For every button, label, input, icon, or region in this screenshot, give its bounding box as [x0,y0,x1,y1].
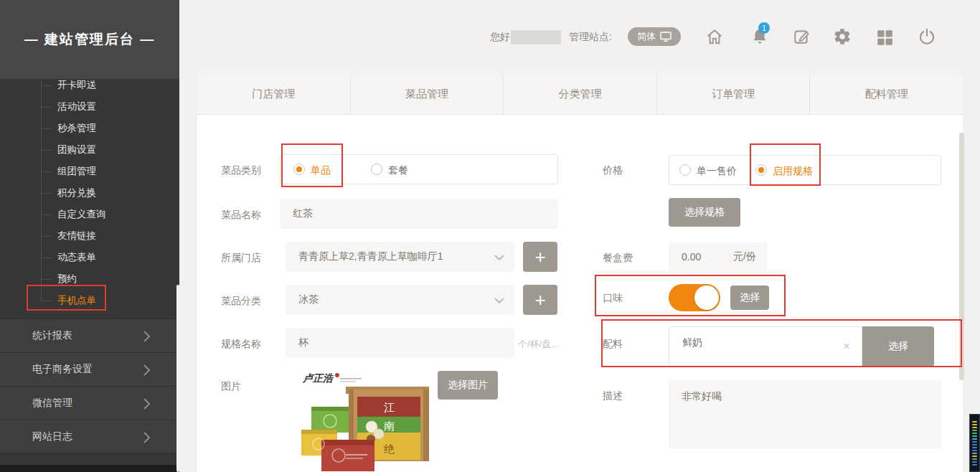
notification-badge: 1 [758,22,770,34]
grid-apps-icon[interactable] [875,28,894,47]
sidebar-item-mobile-ordering[interactable]: 手机点单 [0,290,176,311]
radio-enable-spec[interactable] [755,164,767,176]
chevron-right-icon [143,432,151,443]
description-textarea[interactable] [669,380,941,448]
language-label: 简体 [637,30,656,43]
plus-icon: + [534,246,545,268]
description-label: 描述 [603,390,623,402]
radio-single-item[interactable] [293,164,305,175]
dish-category-group: 单品 套餐 [280,154,558,184]
radio-single-price[interactable] [679,164,691,176]
power-icon[interactable] [918,27,936,46]
classify-select-value: 冰茶 [298,293,319,306]
image-label: 图片 [221,380,241,393]
tab-dish-management[interactable]: 菜品管理 [351,74,504,114]
tree-tick [41,128,52,129]
gear-icon[interactable] [833,27,852,46]
dish-image-preview: 卢正浩 江 南 绝 [301,369,430,471]
app-title: — 建站管理后台 — [24,30,156,49]
add-store-button[interactable]: + [523,242,557,272]
sidebar-group-site-logs[interactable]: 网站日志 [0,420,179,453]
spec-name-hint: 个/杯/盘... [518,338,559,351]
box-fee-value: 0.00 [682,251,701,263]
radio-combo-label[interactable]: 套餐 [388,164,408,177]
tree-tick [41,214,52,215]
sidebar-scrollbar[interactable] [176,285,179,472]
username-redacted [511,30,561,44]
tree-tick [41,301,52,301]
sidebar-item-custom-query[interactable]: 自定义查询 [0,204,176,225]
sidebar-bottom-strip [0,465,179,472]
spec-name-label: 规格名称 [221,338,261,351]
tree-tick [41,150,52,151]
radio-single-price-label[interactable]: 单一售价 [697,165,737,178]
ingredient-choose-button[interactable]: 选择 [862,326,934,367]
flavor-toggle[interactable] [669,284,720,311]
chevron-down-icon [494,298,504,303]
svg-text:绝: 绝 [384,443,395,455]
box-fee-label: 餐盒费 [603,252,633,265]
box-fee-field[interactable]: 0.00 元/份 [669,242,768,271]
classify-select[interactable]: 冰茶 [286,285,514,315]
app-logo: — 建站管理后台 — [0,0,179,79]
language-switch[interactable]: 简体 [628,27,681,46]
brand-calligraphy: 卢正浩 [302,372,334,384]
edit-icon[interactable] [792,27,811,46]
clear-icon[interactable]: × [843,339,850,354]
svg-text:南: 南 [384,420,395,432]
page-scrollbar-thumb[interactable] [959,133,964,380]
sidebar-group-wechat[interactable]: 微信管理 [0,386,179,420]
tree-tick [41,193,52,194]
tree-tick [41,85,52,86]
ingredient-label: 配料 [603,338,623,351]
sidebar-item-friend-links[interactable]: 友情链接 [0,225,176,247]
radio-single-item-label[interactable]: 单品 [311,164,331,177]
dish-name-label: 菜品名称 [221,209,261,222]
tab-ingredient-management[interactable]: 配料管理 [810,74,963,114]
minimap-widget[interactable] [969,414,980,472]
sidebar-item-reservation[interactable]: 预约 [0,268,176,290]
tab-order-management[interactable]: 订单管理 [657,74,811,114]
radio-combo[interactable] [371,164,382,175]
tree-tick [41,279,52,280]
plus-icon: + [534,289,545,311]
store-label: 所属门店 [221,252,261,265]
manage-site-label: 管理站点: [569,31,612,44]
radio-enable-spec-label[interactable]: 启用规格 [773,165,813,178]
tab-category-management[interactable]: 分类管理 [504,74,657,114]
add-classify-button[interactable]: + [523,285,557,315]
store-select[interactable]: 青青原上草2,青青原上草咖啡厅1 [286,242,514,272]
price-label: 价格 [603,164,623,177]
svg-text:江: 江 [384,401,395,413]
greeting-label: 您好 [490,31,510,44]
sidebar-group-ecommerce[interactable]: 电子商务设置 [0,352,179,386]
sidebar-item-points-exchange[interactable]: 积分兑换 [0,182,176,204]
sidebar-item-groupbuy[interactable]: 团购设置 [0,139,176,161]
ingredient-input[interactable] [682,337,790,349]
spec-name-input[interactable] [286,328,514,358]
sidebar-group-statistics[interactable]: 统计报表 [0,318,179,352]
classify-label: 菜品分类 [221,295,261,308]
flavor-choose-button[interactable]: 选择 [730,285,769,310]
box-fee-unit: 元/份 [733,250,756,263]
sidebar-item-activity-settings[interactable]: 活动设置 [0,96,176,118]
choose-image-button[interactable]: 选择图片 [438,371,498,400]
sidebar-item-dynamic-forms[interactable]: 动态表单 [0,247,176,268]
sidebar-item-group-mgmt[interactable]: 组团管理 [0,161,176,182]
monitor-icon [660,32,672,42]
choose-spec-button[interactable]: 选择规格 [669,198,740,227]
sidebar-item-seckill[interactable]: 秒杀管理 [0,118,176,139]
tab-store-management[interactable]: 门店管理 [197,74,351,114]
store-select-value: 青青原上草2,青青原上草咖啡厅1 [298,250,443,263]
tree-tick [41,236,52,237]
chevron-right-icon [143,398,151,410]
tab-bar: 门店管理 菜品管理 分类管理 订单管理 配料管理 [197,74,963,115]
tree-tick [41,107,52,108]
dish-name-input[interactable] [280,199,558,229]
flavor-label: 口味 [603,292,623,305]
home-icon[interactable] [705,27,724,46]
ingredient-field[interactable]: × [669,326,862,367]
sidebar-groups: 统计报表 电子商务设置 微信管理 网站日志 [0,318,179,453]
price-group: 单一售价 启用规格 [669,155,941,185]
sidebar-item-card-gift[interactable]: 开卡即送 [0,75,176,96]
